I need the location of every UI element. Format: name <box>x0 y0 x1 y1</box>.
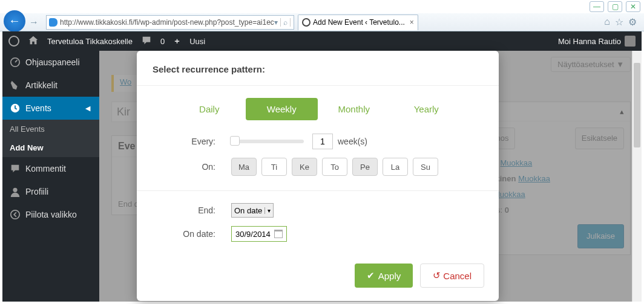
interval-unit: week(s) <box>338 137 367 146</box>
tab-title: Add New Event ‹ Tervetulo... <box>313 18 405 27</box>
day-sun[interactable]: Su <box>413 158 438 176</box>
tab-monthly[interactable]: Monthly <box>318 98 390 120</box>
nav-forward-button[interactable]: → <box>27 15 41 30</box>
tab-daily[interactable]: Daily <box>173 98 246 120</box>
admin-sidebar: Ohjauspaneeli Artikkelit Events ◄ All Ev… <box>2 51 99 302</box>
sidebar-sub-all-events[interactable]: All Events <box>2 120 99 138</box>
check-icon: ✔ <box>367 270 375 281</box>
every-label: Every: <box>155 137 215 146</box>
scrollbar-thumb[interactable] <box>634 63 640 147</box>
slider-thumb[interactable] <box>230 136 240 146</box>
win-maximize[interactable]: ▢ <box>608 1 622 12</box>
win-close[interactable]: ✕ <box>626 1 640 12</box>
wp-logo-icon[interactable] <box>8 36 19 47</box>
calendar-icon[interactable] <box>274 230 283 238</box>
ie-icon <box>49 18 58 27</box>
sidebar-item-comments[interactable]: Kommentit <box>2 157 99 180</box>
modal-title: Select recurrence pattern: <box>137 51 499 85</box>
site-name[interactable]: Tervetuloa Tikkakoskelle <box>47 37 133 46</box>
weekday-picker: Ma Ti Ke To Pe La Su <box>231 158 438 176</box>
sidebar-label: Artikkelit <box>25 80 58 90</box>
sidebar-label: Kommentit <box>25 164 66 173</box>
svg-point-3 <box>11 210 19 219</box>
plus-icon: ＋ <box>173 36 181 47</box>
address-bar[interactable]: http://www.tikkakoski.fi/fi/wp-admin/pos… <box>46 15 294 30</box>
comment-count: 0 <box>160 37 165 46</box>
browser-tab[interactable]: Add New Event ‹ Tervetulo... × <box>298 15 418 30</box>
new-link[interactable]: Uusi <box>189 37 205 46</box>
tab-weekly[interactable]: Weekly <box>246 98 318 120</box>
sidebar-item-dashboard[interactable]: Ohjauspaneeli <box>2 51 99 74</box>
scrollbar[interactable] <box>632 51 642 302</box>
recurrence-modal: Select recurrence pattern: Daily Weekly … <box>137 51 499 301</box>
home-dashicon <box>28 35 39 48</box>
tab-close-icon[interactable]: × <box>410 18 414 27</box>
end-label: End: <box>155 205 215 215</box>
sidebar-label: Ohjauspaneeli <box>25 57 80 67</box>
favorites-icon[interactable]: ☆ <box>615 16 623 28</box>
end-select[interactable]: On date▾ <box>231 203 274 218</box>
active-arrow-icon: ◄ <box>84 103 92 113</box>
day-wed[interactable]: Ke <box>292 158 317 176</box>
undo-icon: ↺ <box>433 270 441 281</box>
day-sat[interactable]: La <box>383 158 408 176</box>
cancel-button[interactable]: ↺ Cancel <box>420 264 484 288</box>
ondate-label: On date: <box>155 229 215 239</box>
url-dropdown-icon[interactable]: ▾ <box>274 18 278 27</box>
chevron-down-icon: ▾ <box>264 207 271 214</box>
end-date-input[interactable]: 30/9/2014 <box>231 226 287 242</box>
sidebar-label: Profiili <box>25 187 48 196</box>
svg-point-2 <box>13 188 17 192</box>
day-fri[interactable]: Pe <box>352 158 378 176</box>
comments-dashicon[interactable] <box>141 35 152 48</box>
avatar[interactable] <box>625 36 636 47</box>
refresh-icon[interactable]: ↻ <box>290 18 294 27</box>
on-label: On: <box>155 162 215 172</box>
search-icon[interactable]: ⌕ <box>280 18 288 27</box>
sidebar-item-posts[interactable]: Artikkelit <box>2 74 99 97</box>
browser-toolbar: ← → http://www.tikkakoski.fi/fi/wp-admin… <box>0 13 644 31</box>
apply-button[interactable]: ✔ Apply <box>355 264 413 288</box>
recurrence-tabs: Daily Weekly Monthly Yearly <box>155 98 481 120</box>
day-mon[interactable]: Ma <box>231 158 257 176</box>
wp-favicon <box>302 18 310 27</box>
sidebar-label: Events <box>25 103 51 113</box>
tab-yearly[interactable]: Yearly <box>390 98 463 120</box>
sidebar-label: Piilota valikko <box>25 210 77 219</box>
greeting[interactable]: Moi Hanna Rautio <box>558 37 621 46</box>
nav-back-button[interactable]: ← <box>4 10 25 32</box>
tools-icon[interactable]: ⚙ <box>628 16 637 28</box>
sidebar-item-events[interactable]: Events ◄ <box>2 97 99 120</box>
interval-input[interactable] <box>312 134 333 149</box>
sidebar-sub-add-new[interactable]: Add New <box>2 138 99 157</box>
day-thu[interactable]: To <box>322 158 347 176</box>
sidebar-collapse[interactable]: Piilota valikko <box>2 203 99 226</box>
home-icon[interactable]: ⌂ <box>604 16 610 28</box>
interval-slider[interactable] <box>231 140 304 143</box>
window-controls: — ▢ ✕ <box>590 1 640 12</box>
url-text: http://www.tikkakoski.fi/fi/wp-admin/pos… <box>60 18 274 27</box>
day-tue[interactable]: Ti <box>261 158 287 176</box>
sidebar-item-profile[interactable]: Profiili <box>2 180 99 203</box>
wp-admin-bar: Tervetuloa Tikkakoskelle 0 ＋ Uusi Moi Ha… <box>2 31 642 51</box>
win-minimize[interactable]: — <box>590 1 604 12</box>
